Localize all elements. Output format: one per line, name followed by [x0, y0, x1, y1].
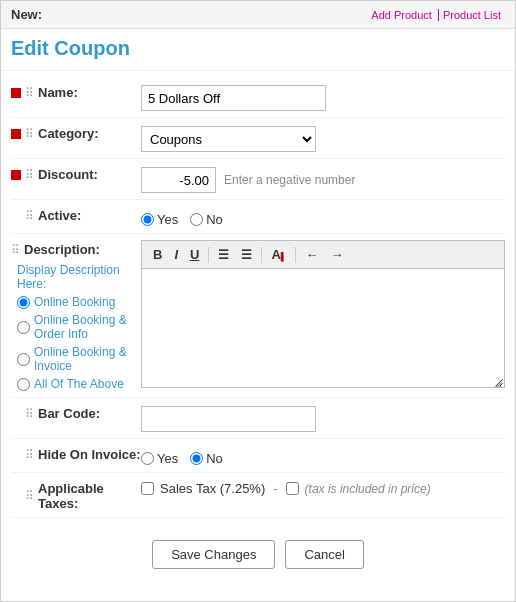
- category-red-indicator: [11, 129, 21, 139]
- discount-drag-handle[interactable]: ⠿: [25, 168, 34, 182]
- page-wrapper: New: Add Product Product List Edit Coupo…: [0, 0, 516, 602]
- discount-controls: ⠿ Discount:: [11, 165, 141, 182]
- display-radio-order[interactable]: [17, 321, 30, 334]
- description-drag-handle[interactable]: ⠿: [11, 243, 20, 257]
- name-red-indicator: [11, 88, 21, 98]
- active-radio-group: Yes No: [141, 208, 223, 227]
- active-no-label: No: [206, 212, 223, 227]
- toolbar-separator-3: [295, 247, 296, 263]
- barcode-input[interactable]: [141, 406, 316, 432]
- ordered-list-button[interactable]: ☰: [213, 246, 234, 264]
- tax-included-checkbox[interactable]: [286, 482, 299, 495]
- discount-hint: Enter a negative number: [224, 167, 355, 193]
- category-content: Coupons Discounts Other: [141, 124, 505, 152]
- category-controls: ⠿ Category:: [11, 124, 141, 141]
- hide-invoice-label: Hide On Invoice:: [38, 447, 141, 462]
- top-bar: New: Add Product Product List: [1, 1, 515, 29]
- add-product-link[interactable]: Add Product: [367, 9, 436, 21]
- applicable-taxes-drag-handle[interactable]: ⠿: [25, 489, 34, 503]
- discount-input[interactable]: [141, 167, 216, 193]
- redo-button[interactable]: →: [325, 245, 348, 264]
- sales-tax-label: Sales Tax (7.25%): [160, 481, 265, 496]
- name-drag-handle[interactable]: ⠿: [25, 86, 34, 100]
- barcode-drag-handle[interactable]: ⠿: [25, 407, 34, 421]
- display-option-booking[interactable]: Online Booking: [17, 295, 141, 309]
- active-row: ⠿ Active: Yes No: [11, 200, 505, 234]
- description-editor: B I U ☰ ☰ A▌ ← → ◢: [141, 240, 505, 388]
- page-title: Edit Coupon: [1, 29, 515, 71]
- active-no-radio[interactable]: [190, 213, 203, 226]
- description-left: ⠿ Description: Display Description Here:…: [11, 240, 141, 391]
- resize-handle[interactable]: ◢: [494, 377, 504, 387]
- sales-tax-checkbox[interactable]: [141, 482, 154, 495]
- category-row: ⠿ Category: Coupons Discounts Other: [11, 118, 505, 159]
- hide-yes-radio[interactable]: [141, 452, 154, 465]
- underline-button[interactable]: U: [185, 245, 204, 264]
- description-display-area: Display Description Here: Online Booking…: [11, 263, 141, 391]
- unordered-list-button[interactable]: ☰: [236, 246, 257, 264]
- font-color-button[interactable]: A▌: [266, 245, 291, 264]
- top-links: Add Product Product List: [367, 9, 505, 21]
- display-radio-all[interactable]: [17, 378, 30, 391]
- name-label: Name:: [38, 85, 78, 100]
- active-drag-handle[interactable]: ⠿: [25, 209, 34, 223]
- hide-invoice-drag-handle[interactable]: ⠿: [25, 448, 34, 462]
- toolbar-separator-1: [208, 247, 209, 263]
- active-yes-option[interactable]: Yes: [141, 212, 178, 227]
- hide-invoice-row: ⠿ Hide On Invoice: Yes No: [11, 439, 505, 473]
- display-radio-booking[interactable]: [17, 296, 30, 309]
- name-controls: ⠿ Name:: [11, 83, 141, 100]
- discount-red-indicator: [11, 170, 21, 180]
- applicable-taxes-content: Sales Tax (7.25%) - (tax is included in …: [141, 479, 505, 496]
- discount-content: Enter a negative number: [141, 165, 505, 193]
- hide-yes-option[interactable]: Yes: [141, 451, 178, 466]
- barcode-controls: ⠿ Bar Code:: [11, 404, 141, 421]
- barcode-row: ⠿ Bar Code:: [11, 398, 505, 439]
- category-label: Category:: [38, 126, 99, 141]
- new-label: New:: [11, 7, 42, 22]
- display-label-all: All Of The Above: [34, 377, 124, 391]
- product-list-link[interactable]: Product List: [438, 9, 505, 21]
- display-label-invoice: Online Booking & Invoice: [34, 345, 141, 373]
- active-yes-label: Yes: [157, 212, 178, 227]
- hide-no-radio[interactable]: [190, 452, 203, 465]
- active-label: Active:: [38, 208, 81, 223]
- hide-invoice-controls: ⠿ Hide On Invoice:: [11, 445, 141, 462]
- display-label-order: Online Booking & Order Info: [34, 313, 141, 341]
- display-option-invoice[interactable]: Online Booking & Invoice: [17, 345, 141, 373]
- editor-toolbar: B I U ☰ ☰ A▌ ← →: [141, 240, 505, 268]
- barcode-label: Bar Code:: [38, 406, 100, 421]
- active-content: Yes No: [141, 206, 505, 227]
- hide-no-option[interactable]: No: [190, 451, 223, 466]
- applicable-taxes-row: ⠿ Applicable Taxes: Sales Tax (7.25%) - …: [11, 473, 505, 518]
- italic-button[interactable]: I: [169, 245, 183, 264]
- discount-label: Discount:: [38, 167, 98, 182]
- display-radio-invoice[interactable]: [17, 353, 30, 366]
- cancel-button[interactable]: Cancel: [285, 540, 363, 569]
- description-label-area: ⠿ Description:: [11, 240, 141, 257]
- category-drag-handle[interactable]: ⠿: [25, 127, 34, 141]
- hide-yes-label: Yes: [157, 451, 178, 466]
- display-radio-group: Online Booking Online Booking & Order In…: [17, 295, 141, 391]
- save-button[interactable]: Save Changes: [152, 540, 275, 569]
- display-label-booking: Online Booking: [34, 295, 115, 309]
- button-row: Save Changes Cancel: [1, 524, 515, 579]
- hide-no-label: No: [206, 451, 223, 466]
- bold-button[interactable]: B: [148, 245, 167, 264]
- tax-included-note: (tax is included in price): [305, 482, 431, 496]
- display-option-order[interactable]: Online Booking & Order Info: [17, 313, 141, 341]
- undo-button[interactable]: ←: [300, 245, 323, 264]
- active-controls: ⠿ Active:: [11, 206, 141, 223]
- name-row: ⠿ Name:: [11, 77, 505, 118]
- editor-content-area[interactable]: ◢: [141, 268, 505, 388]
- display-option-all[interactable]: All Of The Above: [17, 377, 141, 391]
- hide-invoice-content: Yes No: [141, 445, 505, 466]
- active-no-option[interactable]: No: [190, 212, 223, 227]
- active-yes-radio[interactable]: [141, 213, 154, 226]
- name-input[interactable]: [141, 85, 326, 111]
- description-row: ⠿ Description: Display Description Here:…: [11, 234, 505, 398]
- toolbar-separator-2: [261, 247, 262, 263]
- name-content: [141, 83, 505, 111]
- applicable-taxes-label: Applicable Taxes:: [38, 481, 141, 511]
- category-select[interactable]: Coupons Discounts Other: [141, 126, 316, 152]
